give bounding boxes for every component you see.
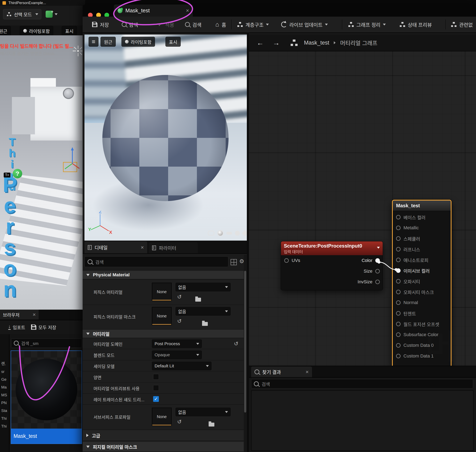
pin-base-color[interactable]	[396, 215, 401, 219]
pin-world-position-offset[interactable]	[396, 322, 401, 326]
asset-tile[interactable]: Mask_test	[11, 351, 82, 444]
pin-anisotropy[interactable]	[396, 258, 401, 262]
reset-to-default-icon[interactable]	[234, 341, 238, 347]
use-material-attributes-checkbox[interactable]	[153, 385, 159, 391]
tree-item[interactable]: Thi	[1, 424, 9, 429]
level-viewport[interactable]: Third Person T+ ?	[0, 35, 83, 310]
pane-splitter[interactable]	[247, 33, 249, 452]
tab-mask-test[interactable]: Mask_test	[114, 5, 193, 17]
tab-parameters[interactable]: 파라미터	[149, 242, 198, 253]
pin-custom-data-1[interactable]	[396, 354, 401, 358]
content-search-input[interactable]: 검색 _sm	[11, 338, 82, 348]
tree-item[interactable]: Ge	[1, 377, 9, 382]
use-selected-icon[interactable]	[177, 318, 182, 324]
details-tab-close-icon[interactable]	[141, 244, 144, 251]
physics-material-dropdown[interactable]: 없음	[175, 283, 231, 291]
tab-find-results[interactable]: 찾기 결과	[251, 366, 312, 377]
node-material-result[interactable]: Mask_test 베이스 컬러 Metallic 스페큘러 러프니스 애니소트…	[392, 200, 452, 368]
material-domain-dropdown[interactable]: Post Process	[152, 339, 202, 348]
translate-gizmo[interactable]	[60, 146, 82, 177]
tree-item[interactable]: 렌.	[1, 361, 9, 366]
use-selected-icon[interactable]	[177, 294, 182, 300]
shading-model-dropdown[interactable]: Default Lit	[152, 362, 211, 370]
browse-to-asset-icon[interactable]	[209, 423, 214, 426]
physics-material-mask-dropdown[interactable]: 없음	[175, 307, 231, 316]
hierarchy-button[interactable]: 계층구조	[237, 18, 269, 31]
search-button[interactable]: 검색	[185, 18, 201, 31]
details-settings-icon[interactable]	[239, 258, 244, 265]
node-scenetexture[interactable]: SceneTexture:PostProcessInput0 입력 데이터 UV…	[281, 241, 383, 290]
details-display-filter-icon[interactable]	[231, 259, 237, 265]
pin-normal[interactable]	[396, 300, 401, 305]
live-update-button[interactable]: 라이브 업데이트	[281, 18, 328, 31]
help-badge-icon[interactable]: ?	[13, 169, 22, 178]
ray-traced-shadows-checkbox[interactable]	[153, 396, 159, 402]
section-advanced[interactable]: 고급	[83, 430, 244, 441]
stats-preview-button[interactable]: 상태 프리뷰	[400, 18, 432, 31]
viewport-menu-button[interactable]	[89, 37, 98, 47]
use-selected-icon[interactable]	[177, 419, 182, 425]
section-material[interactable]: 머티리얼	[83, 330, 244, 338]
find-results-list[interactable]	[251, 390, 474, 451]
pin-specular[interactable]	[396, 236, 401, 241]
level-show-button[interactable]: 표시	[62, 26, 77, 36]
save-all-button[interactable]: 모두 저장	[31, 324, 56, 330]
blend-mode-dropdown[interactable]: Opaque	[152, 351, 202, 359]
close-icon[interactable]	[33, 312, 36, 318]
add-content-button[interactable]: +	[46, 9, 68, 20]
preview-perspective-button[interactable]: 원근	[101, 37, 116, 47]
section-physical-material[interactable]: Physical Material	[83, 271, 244, 279]
details-scrollbar-thumb[interactable]	[244, 271, 246, 412]
tree-item[interactable]: Thi	[1, 416, 9, 421]
browse-to-asset-icon[interactable]	[195, 298, 201, 302]
save-button[interactable]: 저장	[92, 18, 109, 31]
preview-lit-button[interactable]: 라이팅포함	[121, 37, 155, 47]
cylinder-shape-icon[interactable]	[208, 231, 214, 236]
tab-details[interactable]: 디테일	[84, 241, 147, 253]
pin-emissive-color[interactable]	[396, 268, 401, 273]
import-button[interactable]: 임포트	[8, 324, 25, 330]
preview-show-button[interactable]: 표시	[165, 37, 181, 47]
physics-material-thumbnail[interactable]: None	[152, 283, 172, 301]
pin-tangent[interactable]	[396, 311, 401, 316]
select-mode-dropdown[interactable]: 선택 모드	[3, 9, 41, 19]
close-icon[interactable]	[306, 369, 309, 375]
teapot-shape-icon[interactable]	[242, 230, 247, 236]
home-button[interactable]: 홈	[215, 18, 226, 31]
tree-item[interactable]: Ma	[1, 385, 9, 390]
breadcrumb-asset[interactable]: Mask_test	[304, 40, 329, 46]
level-lit-button[interactable]: 라이팅포함	[20, 26, 53, 36]
pin-metallic[interactable]	[396, 226, 401, 230]
tree-item[interactable]: sr	[1, 369, 9, 374]
scene-handle[interactable]	[63, 88, 74, 99]
tree-item[interactable]: Sta	[1, 408, 9, 413]
tree-item[interactable]: PN	[1, 401, 9, 405]
pin-custom-data-0[interactable]	[396, 343, 401, 348]
tab-close-icon[interactable]	[186, 7, 189, 14]
two-sided-checkbox[interactable]	[153, 374, 159, 380]
apply-button[interactable]: 적용	[158, 18, 174, 31]
browse-to-asset-icon[interactable]	[202, 322, 208, 326]
subsurface-profile-thumbnail[interactable]: None	[152, 408, 172, 426]
related-button[interactable]: 관련없	[451, 18, 473, 31]
tree-item[interactable]: MS	[1, 393, 9, 397]
pin-size[interactable]	[375, 269, 380, 273]
details-search-input[interactable]: 검색	[84, 256, 228, 267]
nav-forward-icon[interactable]: →	[273, 39, 280, 47]
sphere-shape-icon[interactable]	[217, 230, 223, 236]
pin-subsurface-color[interactable]	[396, 332, 401, 337]
subsurface-profile-dropdown[interactable]: 없음	[175, 408, 231, 416]
pin-roughness[interactable]	[396, 247, 401, 252]
material-preview-viewport[interactable]: 원근 라이팅포함 표시 Z Y X	[84, 34, 247, 241]
pin-invsize[interactable]	[375, 280, 380, 284]
node-collapse-icon[interactable]	[377, 247, 380, 249]
pin-opacity-mask[interactable]	[396, 290, 401, 294]
browse-button[interactable]: 탐색	[122, 18, 138, 31]
physics-material-mask-thumbnail[interactable]: None	[152, 307, 172, 325]
pin-opacity[interactable]	[396, 279, 401, 284]
find-results-search-input[interactable]: 검색	[251, 379, 473, 389]
clean-graph-button[interactable]: 그래프 정리	[348, 18, 386, 31]
pin-color[interactable]	[375, 258, 380, 263]
plane-shape-icon[interactable]	[226, 232, 232, 235]
cube-shape-icon[interactable]	[235, 231, 240, 236]
